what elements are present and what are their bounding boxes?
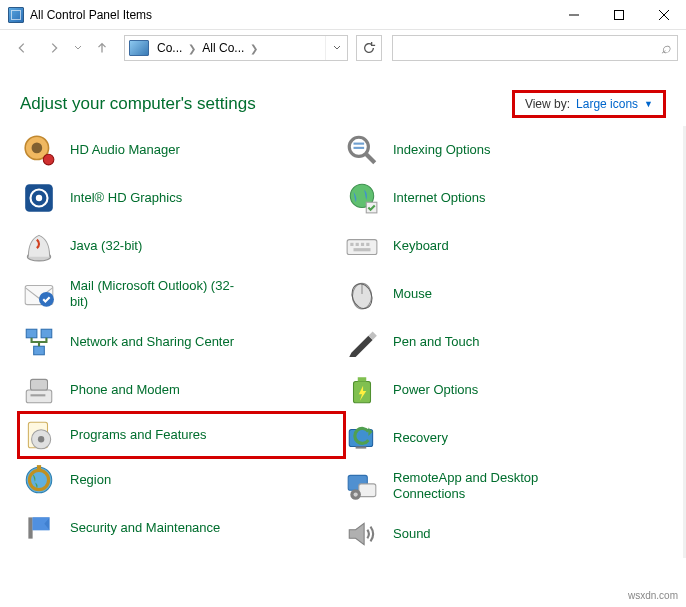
item-label: Mail (Microsoft Outlook) (32-bit) <box>70 278 240 309</box>
item-label: Keyboard <box>393 238 449 254</box>
power-options-icon <box>345 373 379 407</box>
item-label: Security and Maintenance <box>70 520 220 536</box>
navbar: Co... ❯ All Co... ❯ ⌕ <box>0 30 686 66</box>
svg-rect-1 <box>614 10 623 19</box>
svg-rect-42 <box>358 377 367 381</box>
item-label: Internet Options <box>393 190 486 206</box>
svg-rect-15 <box>34 346 45 355</box>
breadcrumb-seg-1[interactable]: Co... <box>153 41 186 55</box>
maximize-button[interactable] <box>596 0 641 30</box>
page-title: Adjust your computer's settings <box>20 94 512 114</box>
content-header: Adjust your computer's settings View by:… <box>0 66 686 126</box>
up-button[interactable] <box>88 34 116 62</box>
address-bar[interactable]: Co... ❯ All Co... ❯ <box>124 35 348 61</box>
item-label: Sound <box>393 526 431 542</box>
view-by-label: View by: <box>525 97 570 111</box>
pen-touch-icon <box>345 325 379 359</box>
breadcrumb-sep-icon: ❯ <box>248 43 260 54</box>
window-title: All Control Panel Items <box>30 8 551 22</box>
close-button[interactable] <box>641 0 686 30</box>
svg-rect-29 <box>354 147 365 149</box>
svg-rect-32 <box>347 240 377 255</box>
svg-rect-13 <box>26 329 37 338</box>
phone-modem-icon <box>22 373 56 407</box>
item-label: Power Options <box>393 382 478 398</box>
item-mouse[interactable]: Mouse <box>343 270 666 318</box>
item-java[interactable]: Java (32-bit) <box>20 222 343 270</box>
svg-rect-25 <box>28 517 32 538</box>
back-button[interactable] <box>8 34 36 62</box>
refresh-button[interactable] <box>356 35 382 61</box>
item-label: Programs and Features <box>70 427 207 443</box>
item-remoteapp[interactable]: RemoteApp and Desktop Connections <box>343 462 666 510</box>
item-label: Mouse <box>393 286 432 302</box>
svg-rect-44 <box>356 447 367 449</box>
mouse-icon <box>345 277 379 311</box>
indexing-options-icon <box>345 133 379 167</box>
intel-hd-graphics-icon <box>22 181 56 215</box>
minimize-button[interactable] <box>551 0 596 30</box>
item-label: RemoteApp and Desktop Connections <box>393 470 563 501</box>
control-panel-icon <box>8 7 24 23</box>
item-label: HD Audio Manager <box>70 142 180 158</box>
svg-point-6 <box>43 154 54 165</box>
control-panel-addr-icon <box>129 40 149 56</box>
remoteapp-icon <box>345 469 379 503</box>
item-label: Network and Sharing Center <box>70 334 234 350</box>
forward-button[interactable] <box>40 34 68 62</box>
svg-rect-28 <box>354 143 365 145</box>
breadcrumb-sep-icon: ❯ <box>186 43 198 54</box>
recent-dropdown[interactable] <box>72 45 84 51</box>
svg-point-5 <box>32 143 43 154</box>
view-by-control[interactable]: View by: Large icons ▼ <box>512 90 666 118</box>
item-internet-options[interactable]: Internet Options <box>343 174 666 222</box>
item-label: Indexing Options <box>393 142 491 158</box>
item-network-sharing[interactable]: Network and Sharing Center <box>20 318 343 366</box>
item-power-options[interactable]: Power Options <box>343 366 666 414</box>
svg-line-27 <box>366 154 375 163</box>
network-sharing-icon <box>22 325 56 359</box>
java-icon <box>22 229 56 263</box>
internet-options-icon <box>345 181 379 215</box>
svg-rect-24 <box>37 465 41 471</box>
item-programs-features[interactable]: Programs and Features <box>17 411 346 459</box>
item-indexing-options[interactable]: Indexing Options <box>343 126 666 174</box>
items-grid: HD Audio ManagerIntel® HD GraphicsJava (… <box>0 126 686 558</box>
item-sound[interactable]: Sound <box>343 510 666 558</box>
item-hd-audio-manager[interactable]: HD Audio Manager <box>20 126 343 174</box>
programs-features-icon <box>22 418 56 452</box>
recovery-icon <box>345 421 379 455</box>
svg-rect-18 <box>31 394 46 396</box>
svg-point-21 <box>38 436 44 442</box>
svg-rect-34 <box>356 243 359 246</box>
item-keyboard[interactable]: Keyboard <box>343 222 666 270</box>
svg-rect-33 <box>350 243 353 246</box>
security-maintenance-icon <box>22 511 56 545</box>
watermark: wsxdn.com <box>628 590 678 601</box>
item-label: Intel® HD Graphics <box>70 190 182 206</box>
svg-point-9 <box>36 195 42 201</box>
search-input[interactable]: ⌕ <box>392 35 678 61</box>
mail-icon <box>22 277 56 311</box>
window-controls <box>551 0 686 30</box>
svg-rect-37 <box>354 248 371 251</box>
breadcrumb-seg-2[interactable]: All Co... <box>198 41 248 55</box>
svg-rect-46 <box>359 484 376 497</box>
item-recovery[interactable]: Recovery <box>343 414 666 462</box>
item-security-maintenance[interactable]: Security and Maintenance <box>20 504 343 552</box>
item-mail[interactable]: Mail (Microsoft Outlook) (32-bit) <box>20 270 343 318</box>
titlebar: All Control Panel Items <box>0 0 686 30</box>
item-intel-hd-graphics[interactable]: Intel® HD Graphics <box>20 174 343 222</box>
svg-rect-36 <box>366 243 369 246</box>
hd-audio-manager-icon <box>22 133 56 167</box>
item-pen-touch[interactable]: Pen and Touch <box>343 318 666 366</box>
item-label: Pen and Touch <box>393 334 480 350</box>
item-phone-modem[interactable]: Phone and Modem <box>20 366 343 414</box>
sound-icon <box>345 517 379 551</box>
search-icon: ⌕ <box>661 39 671 57</box>
view-by-value[interactable]: Large icons <box>576 97 638 111</box>
svg-rect-14 <box>41 329 52 338</box>
item-region[interactable]: Region <box>20 456 343 504</box>
item-label: Recovery <box>393 430 448 446</box>
address-dropdown[interactable] <box>325 36 347 60</box>
